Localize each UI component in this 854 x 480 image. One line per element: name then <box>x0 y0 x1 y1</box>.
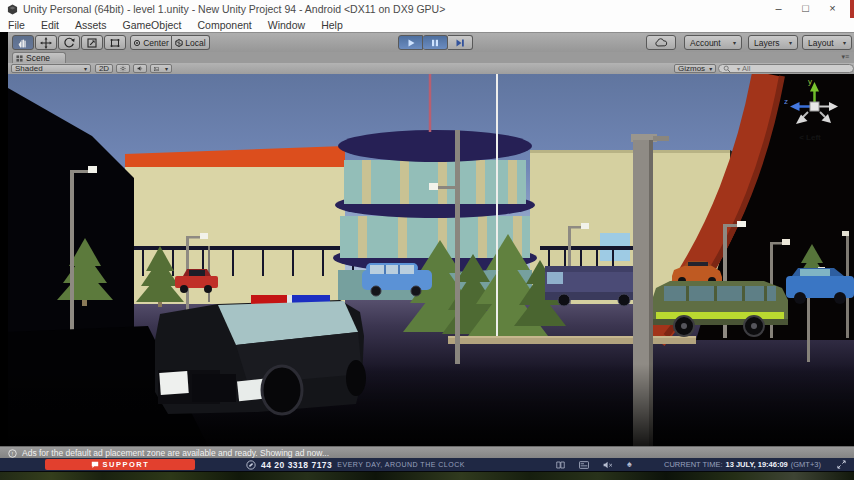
layers-label: Layers <box>754 38 780 48</box>
ad-banner[interactable]: SUPPORT 44 20 3318 7173 EVERY DAY, AROUN… <box>0 458 854 471</box>
tan-wall[interactable] <box>448 336 696 344</box>
cloud-button[interactable] <box>646 35 676 50</box>
main-toolbar: Center Local Account ▾ Layers ▾ Layout ▾ <box>8 32 854 54</box>
timezone-label: (GMT+3) <box>791 460 821 469</box>
background-photo-strip <box>0 471 854 480</box>
pivot-label: Center <box>143 38 169 48</box>
rect-tool-icon <box>109 37 121 49</box>
pivot-toggle-button[interactable]: Center <box>130 35 172 50</box>
support-label: SUPPORT <box>103 460 150 469</box>
view-orientation-label[interactable]: < Left <box>780 133 840 142</box>
step-icon <box>455 38 465 48</box>
image-icon <box>154 65 159 73</box>
axis-cone-right[interactable] <box>829 102 838 111</box>
gizmos-label: Gizmos <box>678 64 705 73</box>
2d-toggle-button[interactable]: 2D <box>95 64 113 73</box>
play-button[interactable] <box>398 35 423 50</box>
effects-dropdown-button[interactable]: ▾ <box>150 64 172 73</box>
menu-assets[interactable]: Assets <box>67 19 115 31</box>
gizmos-dropdown[interactable]: Gizmos ▾ <box>674 64 716 73</box>
lighting-toggle-button[interactable] <box>116 64 130 73</box>
layers-dropdown[interactable]: Layers ▾ <box>748 35 798 50</box>
scene-render <box>8 74 854 446</box>
maximize-button[interactable]: □ <box>792 0 819 18</box>
rotate-tool-button[interactable] <box>58 35 80 50</box>
chat-icon <box>91 461 99 469</box>
time-value: 13 JULY, 19:46:09 <box>725 460 787 469</box>
window-title: Unity Personal (64bit) - level 1.unity -… <box>23 3 445 15</box>
speaker-icon <box>137 64 143 73</box>
pause-icon <box>430 38 440 48</box>
speaker-muted-icon[interactable] <box>603 461 613 469</box>
step-button[interactable] <box>448 35 473 50</box>
menu-help[interactable]: Help <box>313 19 351 31</box>
scene-viewport[interactable]: y z < Left <box>8 74 854 446</box>
tab-scene[interactable]: Scene <box>12 52 66 63</box>
z-axis-label: z <box>784 97 788 106</box>
hand-icon <box>17 37 29 49</box>
layout-label: Layout <box>808 38 834 48</box>
menu-window[interactable]: Window <box>260 19 313 31</box>
menu-component[interactable]: Component <box>189 19 259 31</box>
shading-mode-dropdown[interactable]: Shaded ▾ <box>11 64 91 73</box>
menu-gameobject[interactable]: GameObject <box>115 19 190 31</box>
support-button[interactable]: SUPPORT <box>45 459 195 470</box>
hand-tool-button[interactable] <box>12 35 34 50</box>
minimize-button[interactable]: – <box>765 0 792 18</box>
chevron-down-icon: ▾ <box>733 39 736 46</box>
current-time-group: CURRENT TIME: 13 JULY, 19:46:09 (GMT+3) <box>664 458 821 471</box>
spade-icon[interactable]: ♠ <box>627 460 632 469</box>
info-icon: ! <box>8 449 17 458</box>
scene-tab-label: Scene <box>26 53 50 63</box>
expand-icon[interactable] <box>837 460 846 469</box>
rotate-icon <box>63 37 75 49</box>
audio-toggle-button[interactable] <box>133 64 147 73</box>
chevron-down-icon: ▾ <box>789 39 792 46</box>
background-window-sliver <box>850 0 854 18</box>
svg-text:!: ! <box>11 450 13 456</box>
shading-mode-label: Shaded <box>15 64 43 73</box>
menu-bar: File Edit Assets GameObject Component Wi… <box>0 18 854 32</box>
panel-menu-icon[interactable]: ▾≡ <box>841 52 849 62</box>
cloud-icon <box>655 38 668 47</box>
rect-tool-button[interactable] <box>104 35 126 50</box>
chevron-down-icon: ▾ <box>84 65 87 72</box>
phone-group: 44 20 3318 7173 EVERY DAY, AROUND THE CL… <box>246 458 465 471</box>
phone-number: 44 20 3318 7173 <box>261 460 332 470</box>
card-icon[interactable] <box>579 461 589 469</box>
axis-space-icon <box>175 39 183 47</box>
pause-button[interactable] <box>423 35 448 50</box>
gizmo-center-cube[interactable] <box>810 102 819 111</box>
scene-search-input[interactable]: ▾ All <box>718 64 854 73</box>
police-car[interactable] <box>155 295 366 414</box>
account-dropdown[interactable]: Account ▾ <box>684 35 742 50</box>
book-icon[interactable] <box>556 461 565 469</box>
banner-icons: ♠ <box>556 460 632 469</box>
orientation-gizmo[interactable]: y z <box>784 76 844 136</box>
y-axis-label: y <box>808 77 812 86</box>
axis-cone-lower-left[interactable] <box>796 115 808 125</box>
move-icon <box>40 37 52 49</box>
sun-icon <box>120 64 126 73</box>
search-icon <box>723 65 731 73</box>
scale-icon <box>86 37 98 49</box>
chevron-down-icon: ▾ <box>709 65 712 72</box>
phone-icon <box>246 460 256 470</box>
space-toggle-button[interactable]: Local <box>172 35 210 50</box>
space-label: Local <box>185 38 205 48</box>
close-button[interactable]: × <box>819 0 846 18</box>
menu-file[interactable]: File <box>0 19 33 31</box>
time-label: CURRENT TIME: <box>664 460 722 469</box>
play-icon <box>406 38 416 48</box>
z-axis-cone[interactable] <box>790 102 800 111</box>
menu-edit[interactable]: Edit <box>33 19 67 31</box>
navy-van[interactable] <box>545 266 645 306</box>
scale-tool-button[interactable] <box>81 35 103 50</box>
background-photo-sliver <box>0 32 8 471</box>
move-tool-button[interactable] <box>35 35 57 50</box>
2d-label: 2D <box>99 64 109 73</box>
layout-dropdown[interactable]: Layout ▾ <box>802 35 852 50</box>
chevron-down-icon: ▾ <box>843 39 846 46</box>
chevron-down-icon: ▾ <box>737 65 740 72</box>
pivot-icon <box>133 39 141 47</box>
